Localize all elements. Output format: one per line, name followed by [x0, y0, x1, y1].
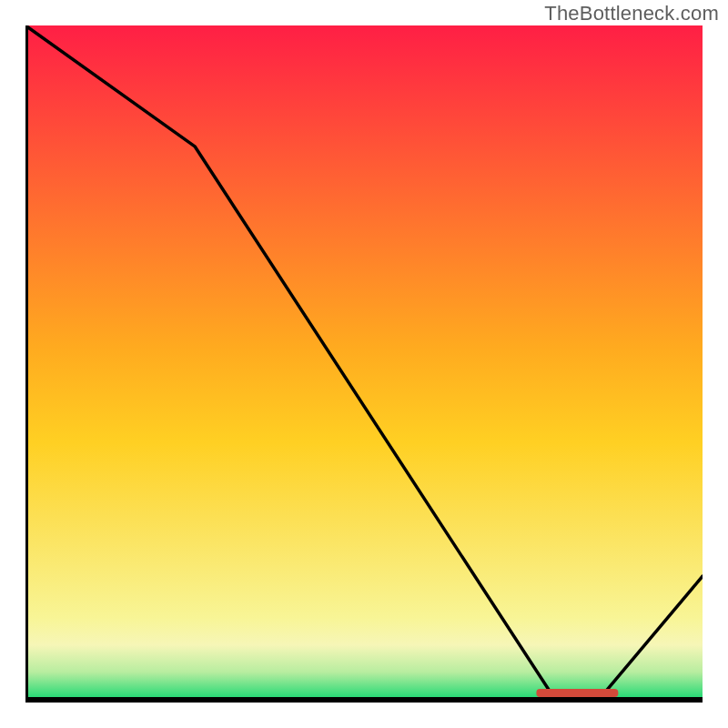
chart-frame: TheBottleneck.com [0, 0, 728, 728]
watermark-label: TheBottleneck.com [544, 2, 719, 25]
chart-svg [25, 25, 703, 703]
optimal-range-marker [536, 689, 618, 697]
gradient-background [25, 25, 703, 699]
plot-area [25, 25, 703, 703]
